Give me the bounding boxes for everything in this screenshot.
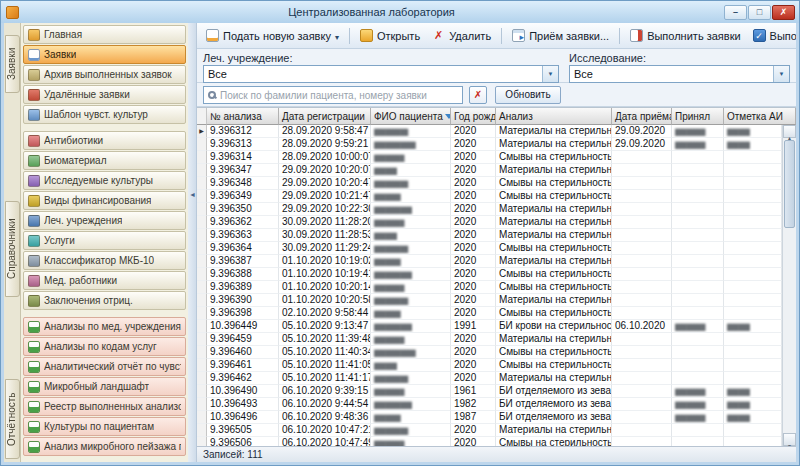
- table-row[interactable]: 9.39650506.10.2020 10:47:21█████████2020…: [197, 424, 782, 437]
- column-header[interactable]: Анализ: [496, 108, 612, 125]
- table-row[interactable]: 9.39636430.09.2020 11:29:24█████████2020…: [197, 242, 782, 255]
- sidebar-item[interactable]: Главная: [23, 25, 186, 44]
- column-header[interactable]: Год рождения: [451, 108, 496, 125]
- scrollbar-thumb[interactable]: [784, 140, 795, 228]
- title-bar[interactable]: Централизованная лаборатория: [1, 1, 799, 23]
- clear-search-button[interactable]: [469, 86, 487, 104]
- status-bar: Записей: 111: [197, 446, 796, 462]
- sidebar-item[interactable]: Биоматериал: [23, 151, 186, 170]
- table-cell: ████████: [672, 398, 724, 411]
- column-header[interactable]: ФИО пациента: [371, 108, 451, 125]
- table-row[interactable]: 9.39646005.10.2020 11:40:34███████████20…: [197, 346, 782, 359]
- research-select[interactable]: Все: [569, 65, 790, 83]
- vertical-tab-1[interactable]: Заявки: [5, 35, 20, 93]
- sidebar-item[interactable]: Анализы по кодам услуг: [23, 337, 186, 356]
- table-cell: 9.396363: [207, 229, 279, 242]
- refresh-button[interactable]: Обновить: [495, 86, 561, 104]
- vertical-tab-3[interactable]: Отчётность: [5, 379, 20, 459]
- sidebar-item[interactable]: Мед. работники: [23, 271, 186, 290]
- sidebar-item[interactable]: Шаблон чувст. культур: [23, 105, 186, 124]
- table-row[interactable]: 9.39636230.09.2020 11:28:20████████2020М…: [197, 216, 782, 229]
- column-header[interactable]: № анализа: [207, 108, 279, 125]
- table-cell: 2020: [451, 359, 496, 372]
- vertical-tab-2[interactable]: Справочники: [5, 201, 20, 297]
- scroll-down-icon[interactable]: [783, 433, 796, 446]
- table-cell: [724, 229, 782, 242]
- table-row[interactable]: 9.39635029.09.2020 10:22:30██████████202…: [197, 203, 782, 216]
- sidebar-item-label: Анализы по кодам услуг: [44, 341, 157, 352]
- table-cell: Материалы на стерильность: [496, 216, 612, 229]
- sidebar-item[interactable]: Реестр выполненных анализов: [23, 397, 186, 416]
- table-cell: 01.10.2020 10:20:58: [279, 294, 371, 307]
- sidebar-item[interactable]: Услуги: [23, 231, 186, 250]
- maximize-button[interactable]: [748, 5, 771, 20]
- chevron-down-icon[interactable]: [773, 66, 789, 82]
- table-row[interactable]: 10.39649606.10.2020 9:48:36███████1987БИ…: [197, 411, 782, 424]
- sidebar-item[interactable]: Удалённые заявки: [23, 85, 186, 104]
- search-input[interactable]: [220, 90, 458, 101]
- institution-select[interactable]: Все: [203, 65, 559, 83]
- row-indicator: [197, 190, 207, 203]
- sidebar-item[interactable]: Микробный ландшафт: [23, 377, 186, 396]
- table-row[interactable]: 9.39636330.09.2020 11:28:53██████2020Мат…: [197, 229, 782, 242]
- table-row[interactable]: 9.39634729.09.2020 10:20:07██████2020Мат…: [197, 164, 782, 177]
- delete-button[interactable]: Удалить: [427, 26, 496, 46]
- table-cell: 06.10.2020 10:47:21: [279, 424, 371, 437]
- table-row[interactable]: 10.39649006.10.2020 9:39:15████████1961Б…: [197, 385, 782, 398]
- column-header[interactable]: Дата регистрации: [279, 108, 371, 125]
- table-cell: ████████: [672, 125, 724, 138]
- table-row[interactable]: 10.39644905.10.2020 9:13:47██████████199…: [197, 320, 782, 333]
- search-box[interactable]: [203, 86, 463, 104]
- sidebar-item[interactable]: Исследуемые культуры: [23, 171, 186, 190]
- scroll-up-icon[interactable]: [783, 125, 796, 138]
- sidebar-item[interactable]: Архив выполненных заявок: [23, 65, 186, 84]
- sidebar-item[interactable]: Аналитический отчёт по чувствит...: [23, 357, 186, 376]
- close-button[interactable]: [772, 5, 795, 20]
- receive-request-button[interactable]: Приём заявки...: [507, 26, 614, 46]
- sidebar-item[interactable]: Леч. учреждения: [23, 211, 186, 230]
- table-row[interactable]: 9.39631428.09.2020 10:00:07████████2020С…: [197, 151, 782, 164]
- table-cell: ████████: [371, 216, 451, 229]
- vertical-scrollbar[interactable]: [782, 125, 796, 446]
- table-cell: [612, 268, 672, 281]
- table-row[interactable]: 9.39634829.09.2020 10:20:47█████████2020…: [197, 177, 782, 190]
- table-cell: Материалы на стерильность: [496, 424, 612, 437]
- column-header[interactable]: Дата приёма: [612, 108, 672, 125]
- column-header[interactable]: Отметка АИ: [724, 108, 796, 125]
- new-request-button[interactable]: Подать новую заявку: [201, 26, 344, 46]
- table-row[interactable]: 9.39631228.09.2020 9:58:47█████████2020М…: [197, 125, 782, 138]
- sidebar-item[interactable]: Анализ микробного пейзажа по от...: [23, 437, 186, 456]
- sidebar-item[interactable]: Заключения отриц.: [23, 291, 186, 310]
- table-row[interactable]: 9.39646205.10.2020 11:41:17█████████2020…: [197, 372, 782, 385]
- table-row[interactable]: 9.39634929.09.2020 10:21:47███████2020См…: [197, 190, 782, 203]
- minimize-button[interactable]: [724, 5, 747, 20]
- redacted-text: ████████: [374, 386, 404, 398]
- complete-negative-button[interactable]: Выполнить отриц.: [748, 26, 796, 46]
- table-row[interactable]: 9.39650606.10.2020 10:47:49████████2020С…: [197, 437, 782, 446]
- complete-requests-button[interactable]: Выполнить заявки: [625, 26, 745, 46]
- table-row[interactable]: 9.39631328.09.2020 9:59:21███████████202…: [197, 138, 782, 151]
- table-row[interactable]: 10.39649306.10.2020 9:44:54██████████198…: [197, 398, 782, 411]
- sidebar-item[interactable]: Культуры по пациентам: [23, 417, 186, 436]
- table-cell: ██████: [724, 411, 782, 424]
- sidebar-item[interactable]: Анализы по мед. учреждениям: [23, 317, 186, 336]
- table-row[interactable]: 9.39638901.10.2020 10:20:14████████2020С…: [197, 281, 782, 294]
- open-button[interactable]: Открыть: [355, 26, 425, 46]
- table-row[interactable]: 9.39638801.10.2020 10:19:41██████████202…: [197, 268, 782, 281]
- table-cell: Смывы на стерильность: [496, 359, 612, 372]
- sidebar-item[interactable]: Виды финансирования: [23, 191, 186, 210]
- new-request-icon: [206, 29, 219, 42]
- table-row[interactable]: 9.39645905.10.2020 11:39:48████████2020М…: [197, 333, 782, 346]
- table-row[interactable]: 9.39638701.10.2020 10:19:02███████2020Ма…: [197, 255, 782, 268]
- table-cell: ████████: [371, 385, 451, 398]
- sidebar-splitter[interactable]: [188, 23, 197, 462]
- chevron-down-icon[interactable]: [542, 66, 558, 82]
- table-row[interactable]: 9.39639001.10.2020 10:20:58█████████2020…: [197, 294, 782, 307]
- table-row[interactable]: 9.39639802.10.2020 9:58:44███████2020Смы…: [197, 307, 782, 320]
- chevron-down-icon[interactable]: [335, 30, 339, 42]
- column-header[interactable]: Принял: [672, 108, 724, 125]
- sidebar-item[interactable]: Антибиотики: [23, 131, 186, 150]
- table-row[interactable]: 9.39646105.10.2020 11:41:05██████2020Смы…: [197, 359, 782, 372]
- sidebar-item[interactable]: Классификатор МКБ-10: [23, 251, 186, 270]
- sidebar-item[interactable]: Заявки: [23, 45, 186, 64]
